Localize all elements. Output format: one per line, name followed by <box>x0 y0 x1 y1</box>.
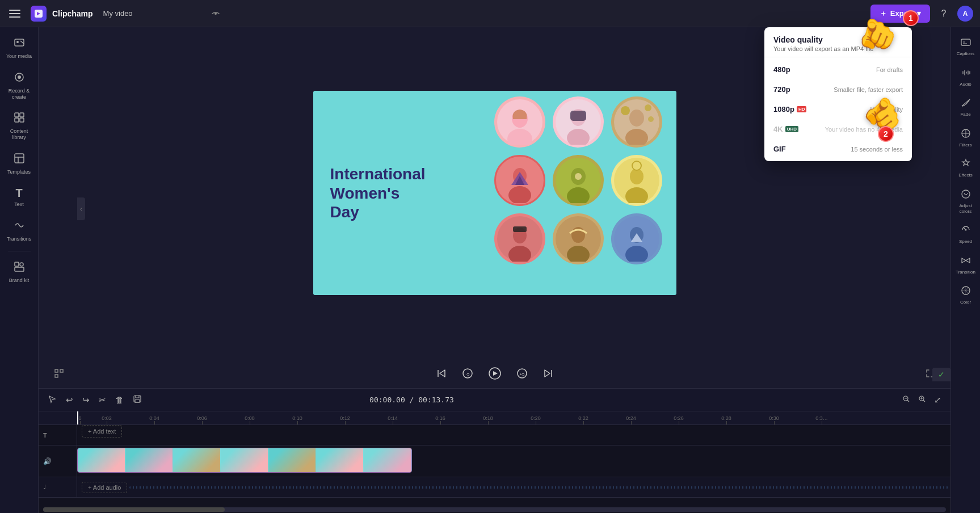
timeline-area: ↩ ↪ ✂ 🗑 00:00.00 / 00:13.73 ⤢ <box>39 388 950 513</box>
sidebar-item-audio[interactable]: Audio <box>952 62 979 92</box>
sidebar-collapse-button[interactable]: ‹ <box>77 197 85 220</box>
sidebar-item-content[interactable]: Content library <box>2 107 36 145</box>
sidebar-item-effects[interactable]: Effects <box>952 153 979 183</box>
quality-gif[interactable]: GIF 15 seconds or less <box>764 139 912 159</box>
preview-content: International Women's Day <box>313 91 676 295</box>
hamburger-icon <box>9 7 23 20</box>
export-dropdown-subtitle: Your video will export as an MP4 file <box>773 45 903 52</box>
help-icon: ? <box>941 9 947 19</box>
uhd-badge: UHD <box>785 126 798 132</box>
quality-1080p-label: 1080p HD <box>773 105 806 113</box>
sidebar-item-adjust-colors[interactable]: Adjust colors <box>952 184 979 218</box>
text-label: Text <box>14 201 24 208</box>
color-label: Color <box>960 300 971 305</box>
transitions-label: Transitions <box>7 236 32 242</box>
quality-4k-label: 4K UHD <box>773 125 798 133</box>
rewind-button[interactable]: -5 <box>459 364 477 382</box>
quality-720p[interactable]: 720p Smaller file, faster export <box>764 79 912 99</box>
speed-icon <box>960 224 971 238</box>
export-dropdown-title: Video quality <box>773 35 903 44</box>
save-icon <box>209 7 222 20</box>
app-title: Clipchamp <box>52 9 93 18</box>
sidebar-item-transition[interactable]: Transition <box>952 250 979 280</box>
play-button[interactable] <box>485 363 505 384</box>
record-icon <box>13 71 26 86</box>
timeline-undo[interactable]: ↩ <box>64 393 75 407</box>
avatar-3 <box>611 96 662 148</box>
sidebar-item-record[interactable]: Record & create <box>2 66 36 105</box>
vt-thumb-6 <box>316 448 364 472</box>
timeline-delete[interactable]: 🗑 <box>113 393 126 407</box>
timeline-select-tool[interactable] <box>45 392 59 407</box>
quality-480p-desc: For drafts <box>876 66 903 73</box>
quality-gif-desc: 15 seconds or less <box>851 146 903 153</box>
avatar-1 <box>494 96 545 148</box>
sidebar-item-captions[interactable]: Captions <box>952 32 979 61</box>
sidebar-item-your-media[interactable]: Your media <box>2 32 36 64</box>
avatar-2 <box>553 96 604 148</box>
preview-canvas: International Women's Day <box>313 91 676 295</box>
go-start-button[interactable] <box>432 364 451 382</box>
quality-480p[interactable]: 480p For drafts <box>764 60 912 79</box>
timeline-redo[interactable]: ↪ <box>80 393 92 407</box>
video-title-input[interactable] <box>99 7 203 20</box>
crop-button[interactable] <box>50 364 68 382</box>
scrollbar-thumb[interactable] <box>43 507 225 512</box>
svg-rect-11 <box>15 262 19 266</box>
zoom-out-button[interactable] <box>900 393 912 407</box>
avatar-9 <box>611 213 662 264</box>
badge-circle-2: 2 <box>878 126 894 142</box>
add-audio-button[interactable]: + Add audio <box>82 482 127 493</box>
audio-track-label: ♩ <box>39 477 77 497</box>
text-track: T + Add text <box>39 425 950 445</box>
video-track-strip[interactable] <box>77 448 412 473</box>
video-track-content[interactable] <box>77 445 950 477</box>
zoom-in-button[interactable] <box>916 393 928 407</box>
timeline-track-area: T + Add text 🔊 <box>39 425 950 506</box>
vt-thumb-4 <box>221 448 268 472</box>
export-dropdown: Video quality Your video will export as … <box>764 27 912 161</box>
vt-thumb-5 <box>268 448 316 472</box>
add-text-button[interactable]: + Add text <box>82 425 122 438</box>
audio-track-icon: ♩ <box>43 483 46 491</box>
go-end-button[interactable] <box>539 364 557 382</box>
video-track[interactable]: 🔊 <box>39 445 950 477</box>
playback-left <box>50 364 68 382</box>
forward-button[interactable]: +5 <box>513 364 531 382</box>
sidebar-item-templates[interactable]: Templates <box>2 148 36 180</box>
export-button[interactable]: ＋ Export ▾ <box>870 5 930 23</box>
timeline-expand[interactable]: ⤢ <box>932 393 944 407</box>
avatar[interactable]: A <box>957 6 973 22</box>
svg-rect-7 <box>20 113 24 117</box>
sidebar-item-color[interactable]: Color <box>952 280 979 310</box>
svg-point-37 <box>630 169 643 184</box>
timeline-scrollbar[interactable] <box>39 506 950 513</box>
sidebar-item-brand[interactable]: Brand kit <box>2 256 36 288</box>
adjust-colors-label: Adjust colors <box>954 203 977 214</box>
svg-rect-59 <box>961 39 970 45</box>
export-quality-list: 480p For drafts 720p Smaller file, faste… <box>764 57 912 161</box>
svg-point-62 <box>965 229 966 231</box>
menu-button[interactable] <box>7 5 25 23</box>
avatar-4 <box>494 155 545 206</box>
ruler-mark-18: 0:18 <box>464 411 512 424</box>
audio-in-video-icon: 🔊 <box>43 457 52 465</box>
quality-1080p[interactable]: 1080p HD High quality <box>764 99 912 119</box>
ruler-mark-30: 0:30 <box>750 411 798 424</box>
sidebar-item-fade[interactable]: Fade <box>952 92 979 122</box>
sidebar-item-text[interactable]: T Text <box>2 182 36 212</box>
ruler-marks: 0 0:02 0:04 0:06 0:08 0:10 0:12 0:14 0:1… <box>77 411 846 424</box>
export-dropdown-header: Video quality Your video will export as … <box>764 27 912 57</box>
quality-gif-label: GIF <box>773 145 786 153</box>
right-sidebar: Captions Audio Fade Filters Effects <box>950 27 980 513</box>
avatar-7 <box>494 213 545 264</box>
timeline-cut[interactable]: ✂ <box>96 393 108 407</box>
color-icon <box>960 285 971 298</box>
ruler-mark-10: 0:10 <box>274 411 321 424</box>
sidebar-divider <box>8 251 31 251</box>
sidebar-item-speed[interactable]: Speed <box>952 220 979 249</box>
timeline-save[interactable] <box>131 392 144 407</box>
sidebar-item-transitions[interactable]: Transitions <box>2 215 36 247</box>
help-button[interactable]: ? <box>935 5 953 23</box>
sidebar-item-filters[interactable]: Filters <box>952 123 979 153</box>
